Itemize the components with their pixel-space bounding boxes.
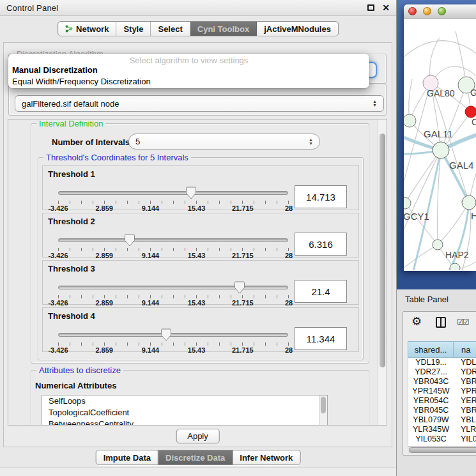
gear-icon[interactable]: ⚙ [411, 316, 422, 327]
node-table-container: ⚙ ☑☑ shared... na YDL19...YDL1YDR27...YD… [403, 311, 476, 456]
threshold-slider[interactable] [58, 234, 288, 248]
scrollbar-thumb[interactable] [321, 397, 326, 413]
settings-scrollbar[interactable] [378, 119, 387, 425]
tab-impute-data[interactable]: Impute Data [96, 450, 158, 464]
slider-thumb[interactable] [125, 234, 135, 247]
slider-track[interactable] [58, 238, 288, 242]
tab-infer-network[interactable]: Infer Network [233, 450, 300, 464]
slider-thumb[interactable] [186, 187, 196, 199]
network-desktop: GAL80GACGAL11GAL4GCY1HHAP2 [397, 0, 476, 289]
minimize-traffic-light-icon[interactable] [423, 7, 431, 15]
attribute-item[interactable]: BetweennessCentrality [42, 418, 327, 426]
network-node[interactable] [404, 114, 416, 127]
cell-shared-name[interactable]: YBL079W [408, 415, 454, 425]
table-row[interactable]: YDL19...YDL1 [408, 358, 476, 367]
scrollbar-thumb[interactable] [380, 134, 385, 367]
close-traffic-light-icon[interactable] [408, 7, 417, 15]
tick-label: -3.426 [48, 204, 68, 212]
table-row[interactable]: YBL079WYBL0 [408, 415, 476, 425]
cell-shared-name[interactable]: YDR27... [408, 367, 454, 377]
cell-name[interactable]: YPR1 [454, 387, 476, 396]
tick-label: 9.144 [142, 204, 160, 212]
float-window-icon[interactable] [367, 4, 374, 11]
attributes-to-discretize-group: Attributes to discretize Numerical Attri… [31, 370, 369, 426]
table-row[interactable]: YLR345WYLR3 [408, 425, 476, 434]
cell-name[interactable]: YLR3 [454, 425, 476, 434]
table-row[interactable]: YER054CYER0 [408, 396, 476, 406]
cell-shared-name[interactable]: YER054C [408, 396, 454, 406]
table-data-combobox[interactable]: galFiltered.sif default node ▲▼ [15, 95, 384, 112]
column-header-shared-name[interactable]: shared... [408, 341, 454, 358]
attribute-item[interactable]: TopologicalCoefficient [42, 407, 327, 418]
cell-name[interactable]: YBR0 [454, 406, 476, 415]
tick-label: 21.715 [232, 204, 254, 212]
table-row[interactable]: YBR043CYBR0 [408, 377, 476, 387]
table-horizontal-scrollbar[interactable] [408, 446, 476, 454]
cell-name[interactable]: YDR2 [454, 367, 476, 377]
cell-shared-name[interactable]: YLR345W [408, 425, 454, 434]
slider-track[interactable] [58, 191, 288, 195]
select-columns-icon[interactable]: ☑☑ [457, 318, 468, 326]
cell-name[interactable]: YDL1 [454, 358, 476, 367]
top-tab-bar: Network Style Select Cyni Toolbox jActiv… [58, 21, 339, 36]
threshold-slider[interactable] [58, 328, 288, 342]
scrollbar-thumb[interactable] [409, 447, 476, 453]
slider-thumb[interactable] [234, 281, 245, 294]
network-node[interactable] [465, 106, 476, 118]
slider-track[interactable] [58, 286, 288, 289]
attribute-item[interactable]: SelfLoops [42, 395, 327, 407]
network-graph[interactable]: GAL80GACGAL11GAL4GCY1HHAP2 [404, 19, 476, 270]
threshold-slider[interactable] [58, 281, 288, 295]
threshold-3-panel: Threshold 3 -3.4262.8599.14415.4321.7152… [42, 260, 359, 305]
threshold-value-field[interactable] [295, 280, 347, 303]
list-scrollbar[interactable] [319, 395, 327, 426]
slider-thumb[interactable] [161, 328, 171, 341]
cell-name[interactable]: YBR0 [454, 377, 476, 387]
threshold-label: Threshold 3 [48, 264, 95, 273]
column-header-name[interactable]: na [453, 341, 476, 358]
cell-shared-name[interactable]: YDL19... [408, 358, 454, 367]
tick-label: 21.715 [232, 252, 254, 259]
tick-label: 15.43 [188, 252, 206, 259]
network-canvas[interactable]: GAL80GACGAL11GAL4GCY1HHAP2 [404, 19, 476, 270]
cell-name[interactable]: YBL0 [454, 415, 476, 425]
network-node[interactable] [433, 240, 443, 250]
threshold-value-field[interactable] [295, 327, 347, 350]
tab-jactivemnodules[interactable]: jActiveMNodules [257, 22, 338, 36]
cell-shared-name[interactable]: YIL053C [408, 434, 454, 444]
close-icon[interactable]: ✕ [382, 3, 390, 12]
zoom-traffic-light-icon[interactable] [438, 7, 446, 15]
tab-discretize-data[interactable]: Discretize Data [158, 450, 233, 464]
cell-shared-name[interactable]: YBR045C [408, 406, 454, 415]
table-row[interactable]: YBR045CYBR0 [408, 406, 476, 415]
cell-name[interactable]: YER0 [454, 396, 476, 406]
network-node[interactable] [450, 263, 460, 270]
tick-label: -3.426 [48, 252, 68, 259]
dropdown-option-manual[interactable]: Manual Discretization [8, 65, 369, 76]
network-node[interactable] [404, 197, 411, 209]
numerical-attributes-list[interactable]: SelfLoopsTopologicalCoefficientBetweenne… [42, 395, 328, 426]
tab-select[interactable]: Select [151, 22, 190, 36]
tab-style[interactable]: Style [116, 22, 151, 36]
tab-network[interactable]: Network [58, 22, 116, 36]
network-node[interactable] [433, 142, 449, 158]
apply-button[interactable]: Apply [176, 429, 220, 443]
column-layout-icon[interactable] [436, 317, 446, 328]
network-node-label: GA [470, 88, 476, 98]
cell-name[interactable]: YIL0 [454, 434, 476, 444]
table-row[interactable]: YIL053CYIL0 [408, 434, 476, 444]
slider-track[interactable] [58, 333, 288, 337]
control-panel-window: Control Panel ✕ Network Style Select Cyn… [0, 0, 397, 476]
cell-shared-name[interactable]: YPR145W [408, 387, 454, 396]
cell-shared-name[interactable]: YBR043C [408, 377, 454, 387]
tick-label: 28 [285, 299, 293, 307]
threshold-value-field[interactable] [295, 233, 347, 256]
tab-cyni-toolbox[interactable]: Cyni Toolbox [190, 22, 257, 36]
table-row[interactable]: YDR27...YDR2 [408, 367, 476, 377]
threshold-value-field[interactable] [295, 185, 347, 208]
network-node[interactable] [462, 196, 476, 210]
dropdown-option-equal-width[interactable]: Equal Width/Frequency Discretization [8, 76, 369, 88]
number-of-intervals-combobox[interactable]: 5 ▲▼ [128, 134, 320, 150]
threshold-slider[interactable] [58, 187, 288, 201]
table-row[interactable]: YPR145WYPR1 [408, 387, 476, 396]
